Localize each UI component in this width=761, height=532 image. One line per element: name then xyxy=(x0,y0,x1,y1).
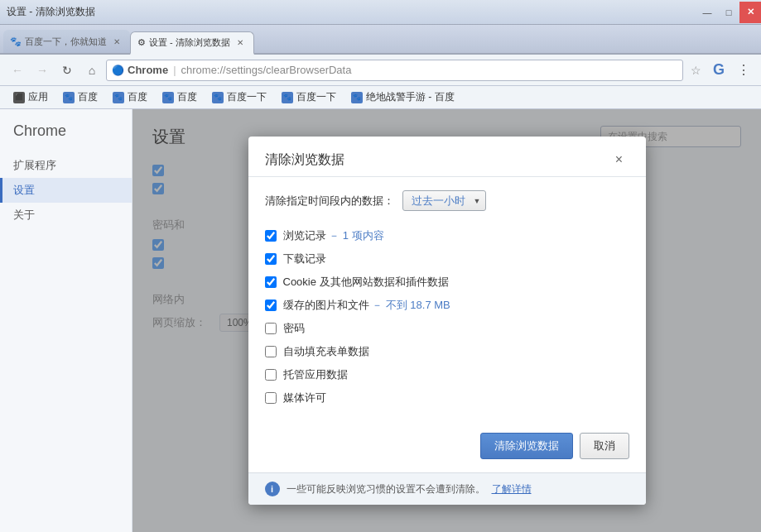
checkbox-row-password: 密码 xyxy=(265,317,629,340)
checkbox-row-cache: 缓存的图片和文件 － 不到 18.7 MB xyxy=(265,294,629,317)
nav-bar: ← → ↻ ⌂ 🔵 Chrome | chrome://settings/cle… xyxy=(0,55,761,86)
bookmark-baidu-5-label: 百度一下 xyxy=(296,90,336,104)
dialog-footer: 清除浏览数据 取消 xyxy=(248,423,646,472)
checkbox-media[interactable] xyxy=(265,392,277,404)
checkbox-media-label: 媒体许可 xyxy=(283,391,326,405)
bookmark-baidu-4[interactable]: 🐾 百度一下 xyxy=(205,89,273,107)
checkbox-list: 浏览记录 － 1 项内容 下载记录 Cookie 及其他网站数据和插件数据 xyxy=(265,224,629,410)
close-window-button[interactable]: ✕ xyxy=(739,2,761,23)
time-range-label: 清除指定时间段内的数据： xyxy=(265,194,394,208)
bookmark-baidu-1[interactable]: 🐾 百度 xyxy=(56,89,104,107)
sidebar-item-about[interactable]: 关于 xyxy=(0,203,132,228)
checkbox-row-history: 浏览记录 － 1 项内容 xyxy=(265,224,629,247)
checkbox-password-label: 密码 xyxy=(283,321,305,336)
bookmark-baidu-3-label: 百度 xyxy=(177,90,197,104)
checkbox-row-media: 媒体许可 xyxy=(265,386,629,410)
tab-settings-label: 设置 - 清除浏览数据 xyxy=(149,36,230,49)
checkbox-cookies[interactable] xyxy=(265,276,277,288)
bookmark-baidu-2-icon: 🐾 xyxy=(113,92,124,103)
checkbox-hosted[interactable] xyxy=(265,369,277,381)
tab-settings-favicon: ⚙ xyxy=(137,37,146,48)
forward-button[interactable]: → xyxy=(31,60,53,81)
address-protocol-icon: 🔵 xyxy=(112,65,124,76)
menu-button[interactable]: ⋮ xyxy=(733,60,754,81)
minimize-button[interactable]: — xyxy=(696,2,718,23)
history-sub-info: － 1 项内容 xyxy=(326,229,384,242)
bookmark-baidu-1-icon: 🐾 xyxy=(63,92,75,103)
tab-baidu[interactable]: 🐾 百度一下，你就知道 ✕ xyxy=(3,30,130,53)
tab-baidu-favicon: 🐾 xyxy=(10,36,22,47)
checkbox-autofill-label: 自动填充表单数据 xyxy=(283,344,369,359)
maximize-button[interactable]: □ xyxy=(718,2,739,23)
sidebar: Chrome 扩展程序 设置 关于 xyxy=(0,109,132,532)
dialog-close-button[interactable]: × xyxy=(609,150,629,170)
reload-button[interactable]: ↻ xyxy=(56,60,78,81)
title-bar: 设置 - 清除浏览数据 — □ ✕ xyxy=(0,0,761,25)
checkbox-row-hosted: 托管应用数据 xyxy=(265,363,629,386)
title-bar-controls: — □ ✕ xyxy=(696,2,761,23)
cancel-button[interactable]: 取消 xyxy=(580,433,629,459)
checkbox-downloads[interactable] xyxy=(265,253,277,265)
bookmark-baidu-1-label: 百度 xyxy=(78,90,98,104)
checkbox-cache-label: 缓存的图片和文件 － 不到 18.7 MB xyxy=(283,298,450,313)
bookmark-apps[interactable]: ⬛ 应用 xyxy=(7,89,55,107)
checkbox-cache[interactable] xyxy=(265,300,277,311)
tab-settings-close[interactable]: ✕ xyxy=(234,36,247,50)
title-bar-left: 设置 - 清除浏览数据 xyxy=(7,5,95,19)
checkbox-password[interactable] xyxy=(265,323,277,334)
dialog-overlay: 清除浏览数据 × 清除指定时间段内的数据： 过去一小时 过去一天 xyxy=(132,109,761,532)
bookmark-game[interactable]: 🐾 绝地战警手游 - 百度 xyxy=(344,89,461,107)
time-range-select[interactable]: 过去一小时 过去一天 过去一周 过去四周 开始以来 xyxy=(402,190,486,211)
sidebar-item-extensions[interactable]: 扩展程序 xyxy=(0,153,132,178)
bookmark-game-label: 绝地战警手游 - 百度 xyxy=(366,90,455,104)
address-bar[interactable]: 🔵 Chrome | chrome://settings/clearBrowse… xyxy=(106,60,683,81)
bookmark-game-icon: 🐾 xyxy=(351,92,363,103)
bookmark-baidu-3-icon: 🐾 xyxy=(162,92,174,103)
checkbox-cookies-label: Cookie 及其他网站数据和插件数据 xyxy=(283,275,449,290)
tab-baidu-label: 百度一下，你就知道 xyxy=(25,36,107,48)
content-area: 设置 在设置中搜索 密码和 网络内 网页缩放 xyxy=(132,109,761,532)
main-area: Chrome 扩展程序 设置 关于 设置 在设置中搜索 密码和 xyxy=(0,109,761,532)
time-range-row: 清除指定时间段内的数据： 过去一小时 过去一天 过去一周 过去四周 开始以来 xyxy=(265,190,629,211)
clear-button[interactable]: 清除浏览数据 xyxy=(480,433,573,459)
home-button[interactable]: ⌂ xyxy=(81,60,103,81)
bookmark-apps-icon: ⬛ xyxy=(13,92,25,103)
dialog-header: 清除浏览数据 × xyxy=(248,137,646,177)
bookmark-baidu-2[interactable]: 🐾 百度 xyxy=(106,89,154,107)
checkbox-hosted-label: 托管应用数据 xyxy=(283,367,348,382)
bookmarks-bar: ⬛ 应用 🐾 百度 🐾 百度 🐾 百度 🐾 百度一下 🐾 百度一下 🐾 绝地战警… xyxy=(0,86,761,109)
sidebar-item-settings[interactable]: 设置 xyxy=(0,178,132,203)
bookmark-baidu-4-label: 百度一下 xyxy=(227,90,267,104)
sidebar-brand: Chrome xyxy=(0,122,132,153)
bookmark-star-button[interactable]: ☆ xyxy=(686,61,705,79)
info-text: 一些可能反映浏览习惯的设置不会遭到清除。 xyxy=(287,482,485,496)
tab-baidu-close[interactable]: ✕ xyxy=(110,35,123,48)
checkbox-row-autofill: 自动填充表单数据 xyxy=(265,340,629,363)
tab-settings[interactable]: ⚙ 设置 - 清除浏览数据 ✕ xyxy=(130,31,254,55)
checkbox-downloads-label: 下载记录 xyxy=(283,252,326,266)
bookmark-baidu-5-icon: 🐾 xyxy=(282,92,293,103)
bookmark-baidu-5[interactable]: 🐾 百度一下 xyxy=(275,89,343,107)
address-url: chrome://settings/clearBrowserData xyxy=(181,64,352,76)
google-button[interactable]: G xyxy=(708,60,730,81)
dialog-info-bar: i 一些可能反映浏览习惯的设置不会遭到清除。 了解详情 xyxy=(248,472,646,505)
checkbox-row-cookies: Cookie 及其他网站数据和插件数据 xyxy=(265,271,629,294)
dialog-body: 清除指定时间段内的数据： 过去一小时 过去一天 过去一周 过去四周 开始以来 xyxy=(248,177,646,423)
bookmark-baidu-3[interactable]: 🐾 百度 xyxy=(156,89,204,107)
cache-sub-info: － 不到 18.7 MB xyxy=(369,299,450,311)
dialog-title: 清除浏览数据 xyxy=(265,151,344,169)
checkbox-history-label: 浏览记录 － 1 项内容 xyxy=(283,228,384,243)
info-link[interactable]: 了解详情 xyxy=(492,482,532,496)
bookmark-baidu-4-icon: 🐾 xyxy=(212,92,224,103)
clear-browser-data-dialog: 清除浏览数据 × 清除指定时间段内的数据： 过去一小时 过去一天 xyxy=(248,137,646,505)
address-separator: | xyxy=(173,64,176,76)
back-button[interactable]: ← xyxy=(7,60,28,81)
checkbox-history[interactable] xyxy=(265,230,277,242)
checkbox-autofill[interactable] xyxy=(265,346,277,357)
bookmark-baidu-2-label: 百度 xyxy=(128,90,147,104)
time-range-select-wrapper[interactable]: 过去一小时 过去一天 过去一周 过去四周 开始以来 xyxy=(402,190,486,211)
address-brand: Chrome xyxy=(128,64,168,76)
title-bar-title: 设置 - 清除浏览数据 xyxy=(7,5,95,19)
bookmark-apps-label: 应用 xyxy=(28,90,48,104)
info-icon: i xyxy=(265,482,280,496)
